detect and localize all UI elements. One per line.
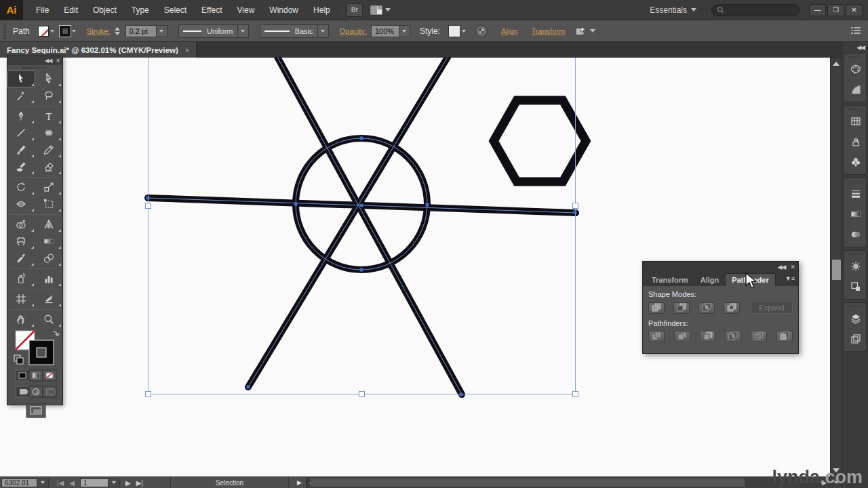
tools-panel-grip[interactable] bbox=[7, 65, 62, 70]
perspective-grid-tool[interactable] bbox=[35, 216, 63, 233]
first-artboard-button[interactable]: |◀ bbox=[57, 479, 64, 487]
brush-definition-combo[interactable]: Basic bbox=[260, 24, 318, 38]
exclude-button[interactable] bbox=[724, 302, 740, 314]
stroke-weight-dropdown[interactable] bbox=[157, 25, 167, 37]
dock-group-grip[interactable] bbox=[848, 252, 862, 256]
menu-item-help[interactable]: Help bbox=[306, 0, 338, 20]
status-menu-icon[interactable]: ▶ bbox=[297, 479, 302, 486]
panel-button-layers[interactable] bbox=[844, 309, 867, 329]
panel-button-symbols[interactable] bbox=[844, 152, 867, 173]
horizontal-scrollbar[interactable]: ◀ ▶ bbox=[306, 477, 829, 488]
mesh-tool[interactable] bbox=[7, 233, 35, 250]
panel-button-swatches[interactable] bbox=[844, 112, 867, 132]
collapse-icon[interactable]: ◀◀ bbox=[45, 58, 52, 64]
stroke-weight-stepper[interactable] bbox=[115, 27, 120, 35]
bridge-button[interactable]: Br bbox=[347, 3, 363, 17]
panel-button-stroke[interactable] bbox=[844, 184, 867, 205]
vertical-scroll-thumb[interactable] bbox=[832, 260, 841, 280]
crop-button[interactable] bbox=[725, 331, 741, 342]
intersect-button[interactable] bbox=[698, 302, 715, 314]
opacity-field[interactable]: 100% bbox=[371, 25, 399, 37]
panel-button-appearance[interactable] bbox=[844, 257, 867, 277]
shape-tool[interactable] bbox=[35, 125, 63, 142]
recolor-artwork-icon[interactable] bbox=[475, 25, 488, 37]
pencil-tool[interactable] bbox=[35, 142, 63, 159]
style-control[interactable] bbox=[448, 25, 466, 37]
default-fill-stroke-icon[interactable] bbox=[14, 355, 23, 364]
menu-item-view[interactable]: View bbox=[230, 0, 262, 20]
opacity-dropdown[interactable] bbox=[399, 25, 410, 37]
selection-tool[interactable] bbox=[7, 70, 35, 87]
collapse-icon[interactable]: ◀◀ bbox=[778, 264, 786, 270]
draw-behind-button[interactable] bbox=[29, 386, 43, 397]
arrange-documents-button[interactable] bbox=[370, 5, 391, 16]
fill-color-control[interactable] bbox=[38, 26, 54, 37]
outline-button[interactable] bbox=[751, 331, 767, 342]
panel-button-color[interactable] bbox=[844, 60, 867, 80]
gradient-tool[interactable] bbox=[35, 233, 63, 250]
blob-brush-tool[interactable] bbox=[7, 159, 35, 176]
transform-panel-link[interactable]: Transform bbox=[531, 27, 565, 35]
opacity-panel-link[interactable]: Opacity: bbox=[340, 27, 367, 35]
stroke-proxy-swatch[interactable] bbox=[29, 340, 54, 365]
close-button[interactable]: ✕ bbox=[846, 4, 863, 16]
tab-align[interactable]: Align bbox=[694, 274, 726, 286]
panel-button-brushes[interactable] bbox=[844, 132, 867, 152]
none-button[interactable] bbox=[43, 370, 56, 381]
artboard-tool[interactable] bbox=[7, 291, 35, 308]
shape-builder-tool[interactable] bbox=[7, 216, 35, 233]
panel-button-gradient-panel[interactable] bbox=[844, 205, 867, 225]
rotate-tool[interactable] bbox=[7, 179, 35, 196]
vertical-scrollbar[interactable] bbox=[830, 58, 842, 476]
zoom-level-field[interactable]: 6302.01 bbox=[1, 479, 37, 487]
expand-button[interactable]: Expand bbox=[751, 302, 793, 314]
hexagon-shape[interactable] bbox=[494, 100, 586, 182]
width-profile-dropdown[interactable] bbox=[238, 24, 249, 38]
brush-definition-dropdown[interactable] bbox=[318, 24, 329, 38]
stroke-color-control[interactable] bbox=[60, 26, 76, 37]
panel-menu-icon[interactable]: ▼≡ bbox=[785, 275, 795, 282]
artboard-dropdown[interactable] bbox=[108, 479, 120, 487]
bounding-box-handles[interactable] bbox=[146, 203, 578, 397]
trim-button[interactable] bbox=[674, 331, 690, 342]
direct-selection-tool[interactable] bbox=[35, 70, 63, 87]
paintbrush-tool[interactable] bbox=[7, 142, 35, 159]
magic-wand-tool[interactable] bbox=[7, 87, 35, 104]
control-bar-grip[interactable] bbox=[3, 24, 6, 39]
scale-tool[interactable] bbox=[35, 179, 63, 196]
merge-button[interactable] bbox=[700, 331, 716, 342]
artboard-number-field[interactable]: 1 bbox=[80, 479, 108, 487]
panel-button-graphic-styles[interactable] bbox=[844, 277, 867, 298]
close-icon[interactable]: ✕ bbox=[790, 264, 795, 270]
stroke-panel-link[interactable]: Stroke: bbox=[87, 27, 111, 35]
scroll-up-icon[interactable] bbox=[833, 62, 840, 66]
menu-item-object[interactable]: Object bbox=[85, 0, 124, 20]
minus-back-button[interactable] bbox=[776, 331, 793, 342]
last-artboard-button[interactable]: ▶| bbox=[136, 479, 143, 487]
workspace-switcher[interactable]: Essentials bbox=[650, 5, 696, 15]
menu-item-type[interactable]: Type bbox=[124, 0, 157, 20]
eraser-tool[interactable] bbox=[35, 159, 63, 176]
symbol-sprayer-tool[interactable] bbox=[7, 270, 35, 287]
horizontal-scroll-thumb[interactable] bbox=[311, 479, 745, 487]
dock-group-grip[interactable] bbox=[848, 304, 862, 308]
menu-item-select[interactable]: Select bbox=[157, 0, 194, 20]
divide-button[interactable] bbox=[648, 331, 665, 342]
dock-group-grip[interactable] bbox=[848, 180, 862, 184]
dock-expand-button[interactable]: ◀◀ bbox=[842, 42, 868, 53]
lasso-tool[interactable] bbox=[35, 87, 63, 104]
minus-front-button[interactable] bbox=[673, 302, 690, 314]
dock-group-grip[interactable] bbox=[848, 107, 862, 111]
dock-group-grip[interactable] bbox=[848, 55, 862, 59]
hand-tool[interactable] bbox=[7, 311, 35, 328]
previous-artboard-button[interactable]: ◀ bbox=[69, 479, 75, 487]
eyedropper-tool[interactable] bbox=[7, 250, 35, 267]
tab-close-icon[interactable]: × bbox=[185, 46, 189, 54]
width-profile-combo[interactable]: Uniform bbox=[178, 24, 238, 38]
status-readout[interactable]: Selection bbox=[170, 477, 289, 488]
width-tool[interactable] bbox=[7, 196, 35, 213]
type-tool[interactable]: T bbox=[35, 108, 63, 125]
color-button[interactable] bbox=[16, 370, 29, 381]
line-segment-tool[interactable] bbox=[7, 125, 35, 142]
slice-tool[interactable] bbox=[35, 291, 63, 308]
